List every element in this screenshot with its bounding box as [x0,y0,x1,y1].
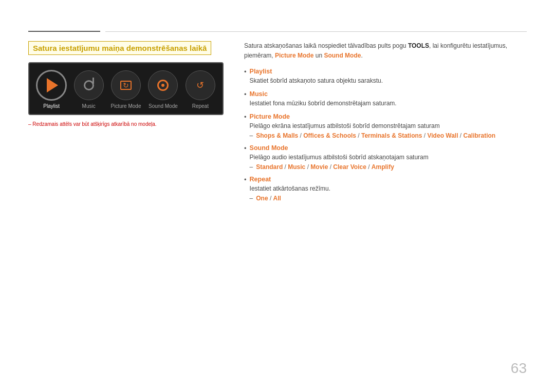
bullet-dot-1: • [244,68,247,85]
bullet-sound: • Sound Mode Pielāgo audio iestatījumus … [244,144,527,171]
repeat-sub-content: One / All [256,195,281,202]
picture-sep3: / [422,132,427,139]
picture-sub-shops: Shops & Malls [256,132,298,139]
picture-sub-content: Shops & Malls / Offices & Schools / Term… [256,132,495,139]
section-title: Satura iestatījumu maiņa demonstrēšanas … [28,41,211,55]
bullet-desc-playlist: Skatiet šobrīd atskaņoto satura objektu … [250,76,527,85]
device-panel: Playlist Music Picture Mode [28,62,224,115]
device-item-repeat[interactable]: ↺ Repeat [183,70,217,109]
sound-sub-music: Music [288,163,305,171]
bullet-content-picture: Picture Mode Pielāgo ekrāna iestatījumus… [250,113,527,139]
device-item-playlist[interactable]: Playlist [34,70,68,109]
bullet-desc-music: Iestatiet fona mūziku šobrīd demonstrēta… [250,99,527,108]
intro-paragraph: Satura atskaņošanas laikā nospiediet tāl… [244,41,527,61]
device-item-sound[interactable]: Sound Mode [146,70,180,109]
intro-part1: Satura atskaņošanas laikā nospiediet tāl… [244,42,408,49]
device-item-music[interactable]: Music [71,70,105,109]
bullet-title-playlist: Playlist [250,68,527,75]
sound-sub-content: Standard / Music / Movie / Clear Voice /… [256,163,394,171]
music-icon [84,80,94,90]
music-label: Music [82,103,96,109]
sound-sub-amplify: Amplify [372,163,394,171]
line-short [28,31,100,32]
repeat-label: Repeat [192,103,209,109]
sound-icon [157,80,169,91]
picture-label: Picture Mode [111,103,141,109]
bullet-dot-3: • [244,113,247,139]
repeat-sub-bullet: – One / All [250,195,527,202]
bullet-desc-sound: Pielāgo audio iestatījumus atbilstoši šo… [250,153,527,162]
bullet-list: • Playlist Skatiet šobrīd atskaņoto satu… [244,68,527,202]
bullet-dot-2: • [244,90,247,108]
picture-icon [120,81,132,90]
page-container: Satura iestatījumu maiņa demonstrēšanas … [0,0,555,392]
note-content: Redzamais attēls var būt atšķirīgs atkar… [32,121,156,127]
bullet-title-picture: Picture Mode [250,113,527,120]
picture-sep4: / [458,132,464,139]
intro-bold: TOOLS [408,42,429,49]
picture-sub-dash: – [250,132,253,139]
page-number: 63 [511,360,527,377]
bullet-dot-4: • [244,144,247,171]
bullet-content-repeat: Repeat Iestatiet atkārtošanas režīmu. – … [250,176,527,202]
playlist-label: Playlist [43,103,60,109]
bullet-content-music: Music Iestatiet fona mūziku šobrīd demon… [250,90,527,108]
sound-sub-bullet: – Standard / Music / Movie / Clear Voice… [250,163,527,171]
bullet-title-music: Music [250,90,527,98]
intro-link2: Sound Mode [324,52,361,59]
sound-sub-movie: Movie [310,163,328,171]
top-decoration [28,31,527,32]
bullet-title-repeat: Repeat [250,176,527,183]
intro-part3: un [313,52,324,59]
bullet-content-playlist: Playlist Skatiet šobrīd atskaņoto satura… [250,68,527,85]
sound-label: Sound Mode [149,103,178,109]
repeat-sub-dash: – [250,195,253,202]
picture-sub-videowall: Video Wall [428,132,458,139]
intro-link1: Picture Mode [275,52,313,59]
playlist-icon-wrap [36,70,66,100]
picture-sub-calibration: Calibration [464,132,496,139]
sound-sep1: / [283,163,288,171]
intro-part4: . [361,52,362,59]
play-icon [47,78,58,92]
bullet-desc-picture: Pielāgo ekrāna iestatījumus atbilstoši š… [250,121,527,130]
bullet-content-sound: Sound Mode Pielāgo audio iestatījumus at… [250,144,527,171]
sound-sub-dash: – [250,163,253,171]
right-panel: Satura atskaņošanas laikā nospiediet tāl… [244,41,527,371]
bullet-picture: • Picture Mode Pielāgo ekrāna iestatījum… [244,113,527,139]
picture-icon-wrap [111,70,141,100]
repeat-icon: ↺ [196,80,204,91]
sound-icon-wrap [148,70,178,100]
sound-sep2: / [305,163,310,171]
line-long [105,31,527,32]
repeat-sub-one: One [256,195,268,202]
bullet-playlist: • Playlist Skatiet šobrīd atskaņoto satu… [244,68,527,85]
note-dash: – [28,121,31,127]
music-icon-wrap [74,70,104,100]
repeat-sep1: / [268,195,273,202]
note-text: – Redzamais attēls var būt atšķirīgs atk… [28,121,224,127]
main-content: Satura iestatījumu maiņa demonstrēšanas … [28,41,527,371]
picture-sub-offices: Offices & Schools [303,132,356,139]
picture-sub-bullet: – Shops & Malls / Offices & Schools / Te… [250,132,527,139]
bullet-music: • Music Iestatiet fona mūziku šobrīd dem… [244,90,527,108]
bullet-title-sound: Sound Mode [250,144,527,152]
bullet-repeat: • Repeat Iestatiet atkārtošanas režīmu. … [244,176,527,202]
bullet-desc-repeat: Iestatiet atkārtošanas režīmu. [250,184,527,193]
sound-sep3: / [328,163,333,171]
sound-sub-standard: Standard [256,163,283,171]
picture-sep1: / [298,132,303,139]
bullet-dot-5: • [244,176,247,202]
sound-sep4: / [366,163,372,171]
repeat-sub-all: All [273,195,281,202]
picture-sep2: / [356,132,361,139]
repeat-icon-wrap: ↺ [186,70,215,100]
sound-sub-clearvoice: Clear Voice [333,163,366,171]
left-panel: Satura iestatījumu maiņa demonstrēšanas … [28,41,224,371]
picture-sub-terminals: Terminals & Stations [361,132,422,139]
device-item-picture[interactable]: Picture Mode [109,70,143,109]
